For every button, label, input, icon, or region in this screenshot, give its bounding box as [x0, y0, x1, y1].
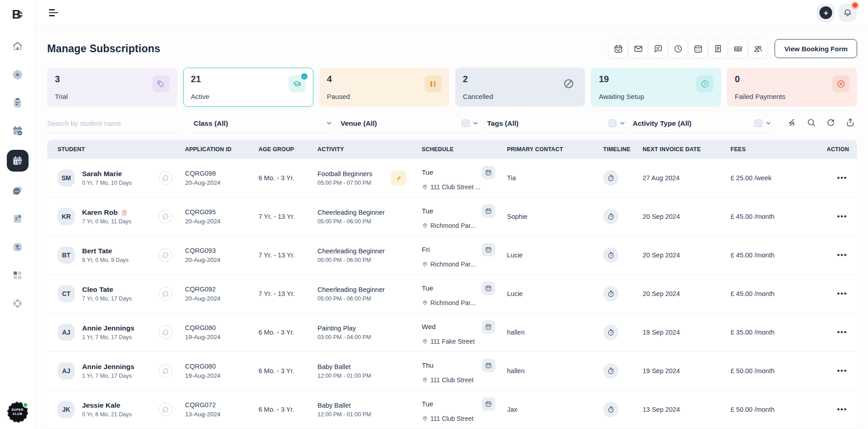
- notifications-button[interactable]: [839, 4, 857, 22]
- stopwatch-icon: [607, 212, 615, 221]
- activity-select-all-checkbox[interactable]: [755, 119, 762, 127]
- invoice-list-icon[interactable]: [708, 39, 727, 58]
- message-student-button[interactable]: [159, 403, 172, 416]
- chat-bubble-icon: [162, 406, 169, 413]
- chat-bubbles-icon: [11, 185, 24, 197]
- row-actions-button[interactable]: •••: [827, 328, 849, 337]
- stat-card-active[interactable]: 21 Active: [183, 68, 313, 107]
- sidebar-item-home[interactable]: [9, 37, 27, 55]
- location-pin-icon: [422, 338, 428, 345]
- activity-type-filter[interactable]: Activity Type (All): [633, 114, 771, 133]
- row-actions-button[interactable]: •••: [827, 289, 849, 298]
- calendar-button[interactable]: [482, 166, 495, 179]
- student-avatar: CT: [58, 285, 75, 302]
- timeline-button[interactable]: [603, 402, 619, 417]
- search-icon[interactable]: [805, 116, 818, 129]
- schedule-location: 111 Club Street: [430, 415, 473, 422]
- next-invoice-date: 19 Sep 2024: [643, 367, 731, 375]
- comment-icon[interactable]: [649, 39, 668, 58]
- row-actions-button[interactable]: •••: [827, 251, 849, 260]
- row-actions-button[interactable]: •••: [827, 366, 849, 375]
- stat-card-cancelled[interactable]: 2 Cancelled: [455, 68, 585, 107]
- student-cell: JK Jessie Kale 0 Yr, 6 Mo, 21 Days: [58, 401, 159, 418]
- calendar-button[interactable]: [482, 320, 495, 334]
- view-booking-form-button[interactable]: View Booking Form: [775, 39, 857, 58]
- col-fees: FEES: [731, 146, 827, 153]
- schedule-day: Wed: [422, 323, 436, 330]
- mail-icon[interactable]: [629, 39, 648, 58]
- x-circle-icon: [832, 75, 849, 92]
- calendar-button[interactable]: [482, 359, 495, 372]
- sidebar-item-help[interactable]: [9, 294, 27, 312]
- chat-bubble-icon: [162, 213, 169, 220]
- row-actions-button[interactable]: •••: [827, 405, 849, 414]
- venue-select-all-checkbox[interactable]: [462, 119, 469, 127]
- search-input[interactable]: [47, 119, 179, 127]
- swap-icon: [395, 174, 403, 182]
- calendar-icon: [485, 285, 492, 292]
- activity-name: Baby Ballet: [317, 363, 391, 370]
- primary-contact: hallen: [507, 329, 603, 336]
- message-student-button[interactable]: [159, 325, 172, 339]
- sidebar-item-invoices[interactable]: [9, 210, 27, 228]
- stopwatch-icon: [607, 251, 615, 259]
- settings-gear-icon: [11, 69, 24, 81]
- col-next-invoice-date: NEXT INVOICE DATE: [643, 146, 731, 153]
- stat-card-trial[interactable]: 3 Trial: [47, 68, 177, 107]
- user-avatar[interactable]: SUPER CLUB: [7, 402, 28, 423]
- student-age: 7 Yr, 0 Mo, 17 Days: [82, 296, 132, 302]
- sidebar-item-notes[interactable]: [9, 94, 27, 112]
- message-student-button[interactable]: [159, 210, 172, 223]
- tags-filter[interactable]: Tags (All): [487, 114, 625, 133]
- sidebar-item-messages[interactable]: [9, 182, 27, 200]
- calendar-grid-icon[interactable]: [688, 39, 707, 58]
- add-button[interactable]: +: [817, 4, 835, 22]
- users-icon[interactable]: [748, 39, 767, 58]
- table-row: JK Jessie Kale 0 Yr, 6 Mo, 21 Days CQRG0…: [47, 390, 857, 429]
- cash-icon[interactable]: [728, 39, 747, 58]
- online-status-dot: [23, 402, 28, 408]
- clock-icon[interactable]: [668, 39, 688, 58]
- message-student-button[interactable]: [159, 248, 172, 262]
- calendar-button[interactable]: [482, 243, 495, 256]
- timeline-button[interactable]: [603, 209, 619, 224]
- activity-time: 12:00 PM - 01:00 PM: [317, 373, 391, 379]
- stat-card-paused[interactable]: 4 Paused: [319, 68, 449, 107]
- sidebar-item-subscriptions[interactable]: [7, 150, 29, 172]
- timeline-button[interactable]: [603, 325, 619, 340]
- sidebar-item-dashboard[interactable]: [9, 266, 27, 284]
- message-student-button[interactable]: [159, 364, 172, 378]
- venue-filter[interactable]: Venue (All): [341, 114, 478, 133]
- sidebar-item-reports[interactable]: [9, 238, 27, 256]
- calendar-edit-icon[interactable]: [609, 39, 628, 58]
- row-actions-button[interactable]: •••: [827, 212, 849, 221]
- timeline-button[interactable]: [603, 363, 619, 379]
- sidebar-item-settings[interactable]: [9, 65, 27, 84]
- timeline-button[interactable]: [603, 247, 619, 263]
- schedule-day: Tue: [422, 207, 433, 215]
- application-id: CQRG080: [185, 363, 258, 370]
- message-student-button[interactable]: [159, 287, 172, 301]
- swap-columns-icon[interactable]: [785, 116, 799, 129]
- sidebar-item-bookings[interactable]: [9, 122, 27, 140]
- stat-card-awaiting-setup[interactable]: 19 Awaiting Setup: [591, 68, 721, 107]
- tags-select-all-checkbox[interactable]: [609, 119, 616, 127]
- class-filter[interactable]: Class (All): [194, 114, 332, 133]
- message-student-button[interactable]: [159, 171, 172, 185]
- menu-toggle-icon[interactable]: [49, 9, 59, 16]
- awaiting-label: Awaiting Setup: [599, 93, 644, 100]
- table-body: SM Sarah Marie 0 Yr, 7 Mo, 10 Days CQRG0…: [47, 159, 857, 429]
- filter-bar: Class (All) Venue (All) Tags (All) Activ…: [47, 113, 857, 133]
- table-row: AJ Annie Jennings 1 Yr, 7 Mo, 17 Days CQ…: [47, 352, 857, 390]
- calendar-button[interactable]: [482, 397, 495, 411]
- calendar-button[interactable]: [482, 281, 495, 295]
- timeline-button[interactable]: [603, 170, 619, 186]
- timeline-button[interactable]: [603, 286, 619, 301]
- refresh-icon[interactable]: [824, 116, 838, 129]
- stat-card-failed-payments[interactable]: 0 Failed Payments: [727, 68, 857, 107]
- export-icon[interactable]: [844, 116, 857, 129]
- row-actions-button[interactable]: •••: [827, 173, 849, 182]
- calendar-button[interactable]: [482, 204, 495, 218]
- swap-badge[interactable]: [391, 170, 406, 186]
- brand-logo[interactable]: B c: [8, 5, 28, 25]
